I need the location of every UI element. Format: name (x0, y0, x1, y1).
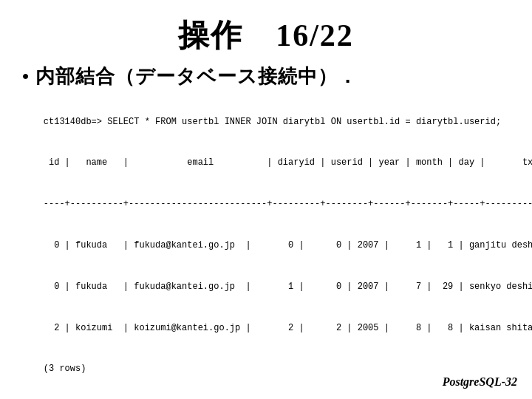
page-title: 操作 16/22 (22, 15, 510, 56)
terminal-row-2: 0 | fukuda | fukuda@kantei.go.jp | 1 | 0… (44, 282, 532, 292)
terminal-separator: ----+----------+------------------------… (44, 199, 532, 209)
terminal-row-1: 0 | fukuda | fukuda@kantei.go.jp | 0 | 0… (44, 240, 532, 250)
terminal-prompt-line: ct13140db=> SELECT * FROM usertbl INNER … (44, 117, 501, 127)
subtitle: • 内部結合（データベース接続中）． (22, 64, 510, 89)
terminal-block: ct13140db=> SELECT * FROM usertbl INNER … (22, 101, 510, 399)
terminal-rows-count: (3 rows) (44, 364, 86, 374)
terminal-row-3: 2 | koizumi | koizumi@kantei.go.jp | 2 |… (44, 323, 532, 333)
brand-label: PostgreSQL-32 (443, 375, 517, 389)
terminal-header-row: id | name | email | diaryid | userid | y… (44, 157, 532, 168)
page-container: 操作 16/22 • 内部結合（データベース接続中）． ct13140db=> … (0, 0, 532, 399)
